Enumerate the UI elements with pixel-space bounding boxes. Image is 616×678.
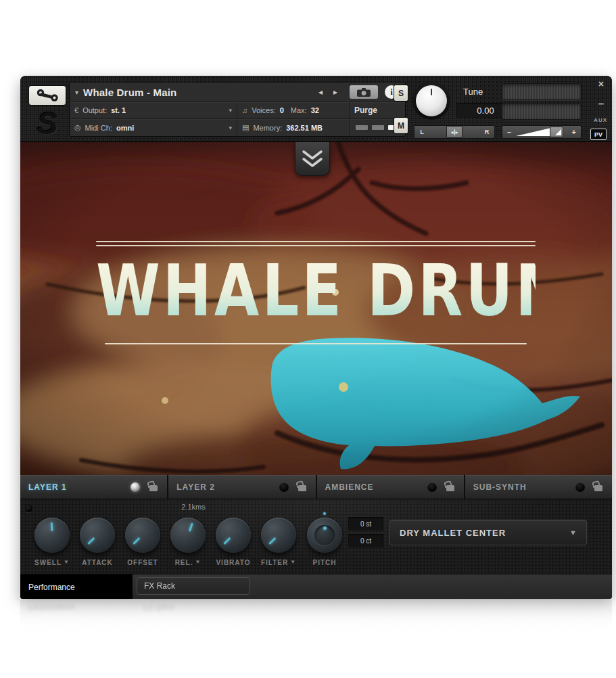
tune-label: Tune bbox=[463, 87, 483, 97]
purge-menu[interactable]: Purge bbox=[350, 102, 405, 118]
wrench-icon bbox=[36, 89, 59, 102]
purge-label: Purge bbox=[354, 106, 377, 115]
mute-button[interactable]: M bbox=[394, 117, 408, 134]
instrument-title: Whale Drum - Main bbox=[83, 87, 176, 98]
title-rule-top-2 bbox=[96, 245, 536, 246]
output-select[interactable]: € Output: st. 1 ▾ bbox=[70, 102, 237, 118]
tab-sub-synth-label: SUB-SYNTH bbox=[473, 482, 527, 492]
level-meters bbox=[502, 83, 582, 122]
tune-knob-recess bbox=[412, 82, 450, 120]
minimize-icon[interactable]: – bbox=[598, 97, 604, 109]
tab-sub-synth-lock-icon[interactable] bbox=[594, 485, 602, 491]
snapshot-camera-button[interactable] bbox=[350, 85, 378, 99]
release-readout: 2.1kms bbox=[165, 503, 222, 511]
level-meter-left bbox=[502, 83, 582, 100]
midi-caret-icon[interactable]: ▾ bbox=[229, 125, 232, 131]
pan-handle[interactable]: ◂ ▸ bbox=[446, 126, 463, 138]
volume-plus[interactable]: + bbox=[572, 126, 576, 138]
next-instrument-icon[interactable]: ▸ bbox=[333, 87, 337, 97]
pitch-label: PITCH bbox=[296, 559, 353, 566]
midi-channel-select[interactable]: ◎ Midi Ch: omni ▾ bbox=[70, 119, 237, 136]
release-arrow-icon[interactable]: ▼ bbox=[195, 559, 201, 566]
edit-wrench-button[interactable] bbox=[28, 85, 66, 106]
tune-knob[interactable] bbox=[416, 85, 447, 116]
performance-controls-panel: 2.1kms bbox=[20, 499, 612, 574]
pitch-knob-dot bbox=[323, 526, 327, 530]
instrument-menu-caret-icon[interactable]: ▾ bbox=[75, 89, 78, 96]
tab-ambience[interactable]: AMBIENCE bbox=[317, 475, 464, 499]
offset-knob[interactable] bbox=[125, 518, 160, 553]
pan-slider[interactable]: L ◂ ▸ R bbox=[414, 125, 495, 139]
tab-layer-2[interactable]: LAYER 2 bbox=[168, 475, 315, 499]
max-value: 32 bbox=[311, 106, 319, 114]
panel-led bbox=[25, 505, 32, 512]
soundiron-logo: S bbox=[30, 106, 65, 141]
tune-knob-tick bbox=[431, 89, 432, 95]
pan-center-line bbox=[454, 129, 455, 135]
artwork-title: WHALE DRUM bbox=[96, 252, 536, 330]
artwork-title-block: WHALE DRUM bbox=[96, 241, 536, 344]
instrument-info-panel: ▾ Whale Drum - Main ◂ ▸ i bbox=[69, 82, 406, 137]
vibrato-knob[interactable] bbox=[216, 518, 251, 553]
memory-icon: ▤ bbox=[242, 123, 249, 132]
instrument-header: S ▾ Whale Drum - Main ◂ ▸ i bbox=[20, 76, 612, 142]
output-caret-icon[interactable]: ▾ bbox=[229, 107, 232, 114]
kontakt-instrument-window: S ▾ Whale Drum - Main ◂ ▸ i bbox=[20, 76, 612, 599]
pan-left-arrow-icon: ◂ bbox=[450, 129, 453, 135]
volume-minus[interactable]: – bbox=[507, 126, 511, 138]
voices-readout: ♫ Voices: 0 Max: 32 bbox=[237, 102, 350, 118]
pitch-knob-marker bbox=[323, 512, 326, 515]
voices-value: 0 bbox=[280, 106, 284, 114]
pitch-semitones-field[interactable]: 0 st bbox=[348, 517, 383, 530]
tab-layer-2-label: LAYER 2 bbox=[176, 482, 215, 492]
voices-label: Voices: bbox=[252, 106, 275, 114]
solo-button[interactable]: S bbox=[394, 85, 408, 101]
memory-readout: ▤ Memory: 362.51 MB bbox=[237, 119, 350, 136]
pan-right-arrow-icon: ▸ bbox=[456, 129, 458, 135]
release-knob[interactable] bbox=[170, 518, 206, 553]
pan-right-label: R bbox=[479, 129, 494, 135]
tab-layer-1-lock-icon[interactable] bbox=[149, 485, 158, 491]
camera-icon bbox=[357, 88, 371, 97]
tab-layer-1-led[interactable] bbox=[131, 482, 140, 492]
output-value: st. 1 bbox=[111, 106, 126, 114]
volume-handle[interactable] bbox=[550, 127, 563, 137]
attack-knob[interactable] bbox=[80, 518, 115, 553]
output-label: Output: bbox=[82, 106, 107, 114]
volume-slider[interactable]: – + bbox=[502, 125, 582, 139]
max-label: Max: bbox=[291, 106, 307, 114]
close-icon[interactable]: × bbox=[598, 78, 604, 89]
double-chevron-down-icon bbox=[301, 149, 324, 169]
layer-tab-bar: LAYER 1 LAYER 2 AMBIENCE SUB-SYNTH bbox=[20, 475, 612, 499]
prev-instrument-icon[interactable]: ◂ bbox=[318, 87, 323, 97]
tab-layer-1[interactable]: LAYER 1 bbox=[20, 475, 167, 499]
filter-knob[interactable] bbox=[261, 518, 296, 553]
aux-button[interactable]: aux bbox=[594, 117, 607, 123]
pitch-cents-field[interactable]: 0 ct bbox=[348, 534, 383, 547]
instrument-artwork: WHALE DRUM bbox=[20, 142, 612, 475]
articulation-caret-icon[interactable]: ▼ bbox=[569, 528, 577, 537]
tab-fx-rack[interactable]: FX Rack bbox=[137, 577, 250, 595]
level-meter-right bbox=[502, 103, 582, 120]
tab-ambience-lock-icon[interactable] bbox=[446, 485, 454, 491]
articulation-value: DRY MALLET CENTER bbox=[400, 528, 569, 538]
collapse-header-button[interactable] bbox=[295, 142, 330, 176]
tab-layer-2-led[interactable] bbox=[279, 482, 289, 492]
tab-sub-synth[interactable]: SUB-SYNTH bbox=[465, 475, 612, 499]
info-row-3: ◎ Midi Ch: omni ▾ ▤ Memory: 362.51 MB bbox=[70, 119, 405, 136]
tab-layer-1-label: LAYER 1 bbox=[28, 482, 67, 492]
tab-performance[interactable]: Performance bbox=[20, 574, 133, 599]
articulation-dropdown[interactable]: DRY MALLET CENTER ▼ bbox=[389, 520, 587, 545]
swell-knob[interactable] bbox=[34, 518, 70, 553]
pv-button[interactable]: PV bbox=[590, 129, 607, 140]
info-row-2: € Output: st. 1 ▾ ♫ Voices: 0 Max: 32 Pu… bbox=[70, 102, 405, 119]
filter-arrow-icon[interactable]: ▼ bbox=[290, 559, 296, 566]
pitch-knob[interactable] bbox=[307, 518, 342, 553]
tab-ambience-led[interactable] bbox=[427, 482, 437, 492]
voices-icon: ♫ bbox=[242, 106, 247, 114]
volume-wedge bbox=[516, 128, 551, 136]
midi-label: Midi Ch: bbox=[85, 124, 112, 132]
tab-sub-synth-led[interactable] bbox=[575, 482, 585, 492]
tab-layer-2-lock-icon[interactable] bbox=[298, 485, 306, 491]
instrument-title-row: ▾ Whale Drum - Main ◂ ▸ i bbox=[70, 83, 405, 102]
